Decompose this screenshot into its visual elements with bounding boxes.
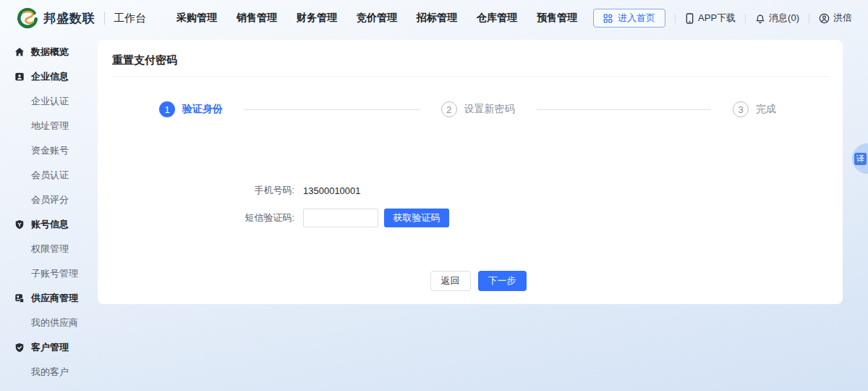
- sidebar-item-fund-account[interactable]: 资金账号: [0, 138, 98, 163]
- sidebar-item-data-overview[interactable]: 数据概览: [0, 40, 98, 64]
- sidebar-item-customer-mgmt[interactable]: 客户管理: [0, 335, 98, 360]
- messages-label: 消息(0): [769, 12, 799, 25]
- app-download-link[interactable]: APP下载: [685, 12, 736, 25]
- step-number: 1: [159, 101, 175, 117]
- title-divider: [112, 76, 828, 77]
- messages-link[interactable]: 消息(0): [755, 12, 799, 25]
- header-separator: [745, 14, 746, 23]
- form-actions: 返回 下一步: [98, 271, 843, 291]
- avatar-icon: [819, 13, 830, 24]
- sidebar: 数据概览 企业信息 企业认证 地址管理 资金账号 会员认证 会员评分 账号信息 …: [0, 36, 98, 391]
- step-connector: [537, 109, 712, 110]
- phone-value: 13500010001: [303, 185, 361, 196]
- user-menu[interactable]: 洪倍: [819, 12, 852, 25]
- sidebar-item-subaccount-mgmt[interactable]: 子账号管理: [0, 261, 98, 286]
- sidebar-item-member-score[interactable]: 会员评分: [0, 188, 98, 212]
- nav-item-presale[interactable]: 预售管理: [532, 9, 582, 28]
- shield-check-icon: [14, 342, 25, 353]
- step-number: 3: [733, 101, 749, 117]
- nav-item-bidding[interactable]: 竞价管理: [352, 9, 401, 28]
- sidebar-group-label: 客户管理: [31, 341, 69, 354]
- enter-home-button[interactable]: 进入首页: [593, 9, 665, 28]
- sidebar-item-company-info[interactable]: 企业信息: [0, 64, 98, 89]
- sidebar-group-label: 供应商管理: [31, 292, 78, 305]
- app-download-label: APP下载: [698, 12, 736, 25]
- brand-divider: [104, 12, 105, 25]
- top-nav: 采购管理 销售管理 财务管理 竞价管理 招标管理 仓库管理 预售管理: [172, 9, 582, 28]
- phone-row: 手机号码: 13500010001: [229, 181, 843, 200]
- sidebar-item-address-mgmt[interactable]: 地址管理: [0, 114, 98, 138]
- brand-logo-icon: [16, 7, 38, 29]
- phone-icon: [685, 13, 694, 24]
- enter-home-label: 进入首页: [618, 12, 655, 25]
- shield-key-icon: [14, 219, 25, 230]
- header-separator: [809, 14, 809, 23]
- sidebar-item-my-suppliers[interactable]: 我的供应商: [0, 311, 98, 335]
- page-title: 重置支付密码: [98, 40, 843, 76]
- translate-icon: 译: [854, 153, 867, 165]
- sms-code-row: 短信验证码: 获取验证码: [229, 209, 843, 227]
- step-connector: [244, 109, 420, 110]
- sidebar-item-my-customers[interactable]: 我的客户: [0, 360, 98, 384]
- sms-code-input[interactable]: [303, 209, 378, 227]
- top-header: 邦盛数联 工作台 采购管理 销售管理 财务管理 竞价管理 招标管理 仓库管理 预…: [0, 0, 868, 36]
- step-label: 设置新密码: [464, 103, 515, 116]
- sidebar-item-supplier-mgmt[interactable]: 供应商管理: [0, 286, 98, 311]
- next-step-button[interactable]: 下一步: [478, 271, 527, 291]
- sidebar-item-company-cert[interactable]: 企业认证: [0, 89, 98, 114]
- grid-icon: [603, 14, 613, 23]
- header-separator: [675, 14, 676, 23]
- nav-item-finance[interactable]: 财务管理: [292, 9, 341, 28]
- workspace-label[interactable]: 工作台: [114, 12, 146, 25]
- step-label: 完成: [756, 103, 776, 116]
- header-actions: 进入首页 APP下载 消息(0): [593, 9, 852, 28]
- nav-item-sales[interactable]: 销售管理: [232, 9, 281, 28]
- sidebar-group-label: 数据概览: [31, 46, 69, 59]
- sidebar-group-label: 企业信息: [31, 70, 69, 83]
- brand-name: 邦盛数联: [43, 10, 95, 27]
- supplier-badge-icon: [14, 293, 25, 303]
- nav-item-purchase[interactable]: 采购管理: [172, 9, 221, 28]
- step-indicator: 1 验证身份 2 设置新密码 3 完成: [159, 101, 776, 117]
- home-icon: [14, 47, 25, 57]
- sidebar-item-member-cert[interactable]: 会员认证: [0, 163, 98, 188]
- translate-widget[interactable]: 译: [852, 143, 868, 174]
- step-done: 3 完成: [733, 101, 776, 117]
- phone-label: 手机号码:: [229, 184, 294, 197]
- id-card-icon: [14, 72, 25, 82]
- username-label: 洪倍: [833, 12, 852, 25]
- sidebar-item-permission-mgmt[interactable]: 权限管理: [0, 237, 98, 261]
- bell-icon: [755, 13, 765, 24]
- nav-item-tender[interactable]: 招标管理: [412, 9, 461, 28]
- sidebar-item-account-info[interactable]: 账号信息: [0, 212, 98, 237]
- back-button[interactable]: 返回: [430, 271, 471, 291]
- step-verify-identity: 1 验证身份: [159, 101, 223, 117]
- step-label: 验证身份: [182, 103, 223, 116]
- sidebar-group-label: 账号信息: [31, 218, 69, 231]
- step-set-new-password: 2 设置新密码: [441, 101, 515, 117]
- reset-payment-password-panel: 重置支付密码 1 验证身份 2 设置新密码 3 完成 手机号码: 1350001…: [98, 40, 843, 304]
- nav-item-warehouse[interactable]: 仓库管理: [472, 9, 522, 28]
- get-code-button[interactable]: 获取验证码: [384, 209, 449, 227]
- sms-code-label: 短信验证码:: [229, 211, 294, 224]
- verify-identity-form: 手机号码: 13500010001 短信验证码: 获取验证码: [98, 181, 843, 227]
- step-number: 2: [441, 101, 457, 117]
